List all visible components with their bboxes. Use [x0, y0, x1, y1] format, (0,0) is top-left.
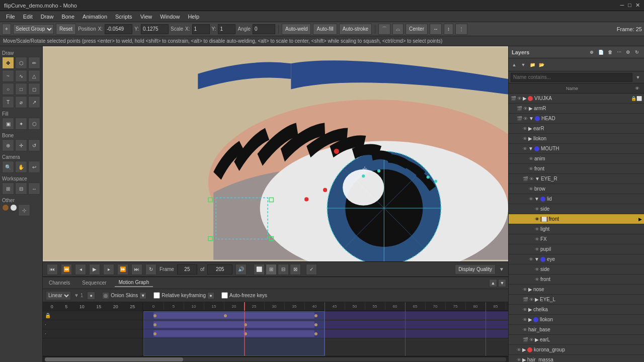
track-row-2[interactable] [143, 320, 508, 329]
check-btn[interactable]: ✓ [306, 264, 317, 275]
other-tool1[interactable] [2, 204, 9, 211]
tab-motion-graph[interactable]: Motion Graph [115, 279, 153, 287]
layers-search-input[interactable] [511, 73, 632, 82]
layer-eye[interactable]: 👁 ▼ eye [509, 254, 644, 264]
flip-v-btn[interactable]: ↕ [444, 24, 453, 35]
layer-move-down[interactable]: ▼ [520, 61, 527, 68]
layer-EYE_L[interactable]: 🎬 👁 ▶ EYE_L [509, 295, 644, 305]
layers-btn4[interactable]: ⋯ [615, 49, 622, 56]
layer-folder-expand[interactable]: ▼ [528, 146, 533, 151]
curve-tool[interactable]: ~ [2, 70, 14, 82]
rect-tool[interactable]: □ [15, 83, 27, 95]
view-mode-3[interactable]: ⊟ [278, 264, 289, 275]
ws-tool3[interactable]: ↔ [28, 183, 40, 195]
minimize-btn[interactable]: ─ [620, 2, 624, 9]
layer-vis-icon[interactable]: 👁 [517, 96, 522, 101]
layer-folder-expand[interactable]: ▶ [528, 317, 532, 322]
menu-file[interactable]: File [2, 13, 19, 21]
layer-folder-expand[interactable]: ▶ [528, 126, 532, 131]
reset-btn[interactable]: Reset [56, 24, 76, 35]
layer-vis-icon[interactable]: 👁 [523, 106, 528, 111]
layer-chelka[interactable]: 👁 ▶ chelka [509, 305, 644, 315]
layers-list[interactable]: 🎬 👁 ▶ VIUJKA 🔒 ⬜ 🎬 👁 ▶ armR [509, 94, 644, 362]
freehand-tool[interactable]: ∿ [15, 70, 27, 82]
layer-vis-icon[interactable]: 👁 [517, 357, 521, 363]
interp-extra-btn[interactable]: ● [87, 292, 95, 300]
ws-tool1[interactable]: ⊞ [2, 183, 14, 195]
layer-vis-icon[interactable]: 👁 [523, 116, 528, 121]
auto-freeze-check[interactable] [221, 292, 228, 299]
select-tool[interactable]: ✥ [2, 57, 14, 69]
maximize-btn[interactable]: □ [628, 2, 631, 9]
layer-korona[interactable]: 👁 ▶ korona_group [509, 345, 644, 355]
layer-side2[interactable]: 👁 side [509, 264, 644, 275]
y-input[interactable] [141, 24, 169, 34]
layer-folder-expand[interactable]: ▶ [528, 307, 532, 312]
view-mode-4[interactable]: ⊠ [290, 264, 301, 275]
layer-folder-expand[interactable]: ▶ [535, 297, 539, 302]
interp-select[interactable]: Linear [46, 291, 71, 300]
layer-move-up[interactable]: ▲ [511, 61, 518, 68]
layer-ungroup[interactable]: 📂 [538, 61, 545, 68]
layer-folder-expand[interactable]: ▼ [534, 196, 539, 202]
center-btn[interactable]: Center [406, 24, 428, 35]
anim-expand-btn[interactable]: ▲ [489, 279, 497, 287]
ellipse-tool[interactable]: ○ [2, 83, 14, 95]
auto-weld-btn[interactable]: Auto-weld [282, 24, 311, 35]
menu-window[interactable]: Window [156, 13, 184, 21]
layer-vis-icon[interactable]: 👁 [535, 207, 539, 212]
go-start-btn[interactable]: ⏮ [47, 264, 58, 275]
step-back-btn[interactable]: ◂ [75, 264, 86, 275]
layer-hair-massa[interactable]: 👁 ▶ hair_massa [509, 355, 644, 362]
layers-btn2[interactable]: 📄 [597, 49, 604, 56]
go-end-btn[interactable]: ⏭ [131, 264, 142, 275]
layer-vis-icon[interactable]: 👁 [529, 197, 533, 202]
play-btn[interactable]: ▶ [89, 264, 100, 275]
layer-nose[interactable]: 👁 ▶ nose [509, 285, 644, 295]
rotate-view-tool[interactable]: ↩ [28, 161, 40, 173]
step-fwd-btn[interactable]: ▸ [103, 264, 114, 275]
layers-btn1[interactable]: ⊕ [588, 49, 595, 56]
layers-btn3[interactable]: 🗑 [606, 49, 613, 56]
menu-help[interactable]: Help [184, 13, 203, 21]
layer-vis-icon[interactable]: 👁 [529, 166, 533, 171]
layer-vis-icon[interactable]: 👁 [529, 297, 534, 302]
layer-group[interactable]: 📁 [529, 61, 536, 68]
layer-vis-icon[interactable]: 👁 [529, 187, 533, 192]
curve-btn2[interactable]: ⌓ [392, 24, 404, 35]
total-frame-input[interactable] [207, 264, 232, 275]
layer-FX[interactable]: 👁 FX [509, 234, 644, 244]
flip-h-btn[interactable]: ↔ [430, 24, 442, 35]
layer-HEAD[interactable]: 🎬 👁 ▼ HEAD [509, 114, 644, 124]
layer-vis-icon[interactable]: 👁 [523, 126, 527, 131]
rel-key-extra[interactable]: ● [207, 292, 214, 299]
layer-folder-expand[interactable]: ▶ [522, 347, 526, 352]
layer-front2[interactable]: 👁 front [509, 275, 644, 285]
display-quality-arrow[interactable]: ▼ [499, 266, 504, 272]
layer-folder-expand[interactable]: ▼ [534, 256, 539, 262]
menu-draw[interactable]: Draw [37, 13, 58, 21]
angle-input[interactable] [253, 24, 275, 34]
relative-keyframing-check[interactable] [153, 292, 160, 299]
layer-anim[interactable]: 👁 anim [509, 154, 644, 164]
next-keyframe-btn[interactable]: ⏩ [117, 264, 128, 275]
layer-llokon2[interactable]: 👁 ▶ llokon [509, 315, 644, 325]
layer-vis-icon[interactable]: 👁 [529, 176, 534, 182]
layer-vis-icon[interactable]: 👁 [535, 247, 539, 252]
other-tool3[interactable]: ⊹ [18, 204, 30, 216]
auto-fill-btn[interactable]: Auto-fill [313, 24, 337, 35]
text-tool[interactable]: T [2, 96, 14, 108]
ws-tool2[interactable]: ⊟ [15, 183, 27, 195]
layer-vis-icon[interactable]: 👁 [535, 237, 539, 242]
layer-vis-icon[interactable]: 👁 [523, 327, 527, 332]
playhead[interactable] [244, 302, 245, 311]
scroll-thumb[interactable] [45, 357, 183, 361]
layer-folder-expand[interactable]: ▶ [528, 287, 532, 292]
layer-folder-expand[interactable]: ▶ [535, 337, 539, 342]
layer-vis-icon[interactable]: 👁 [523, 146, 527, 151]
layer-viujka[interactable]: 🎬 👁 ▶ VIUJKA 🔒 ⬜ [509, 94, 644, 104]
fill-tool[interactable]: ▣ [2, 118, 14, 130]
layer-front-selected[interactable]: 👁 ⬜ front ▶ [509, 214, 644, 224]
add-tool-btn[interactable]: + [2, 24, 11, 35]
layer-light[interactable]: 👁 light [509, 224, 644, 234]
